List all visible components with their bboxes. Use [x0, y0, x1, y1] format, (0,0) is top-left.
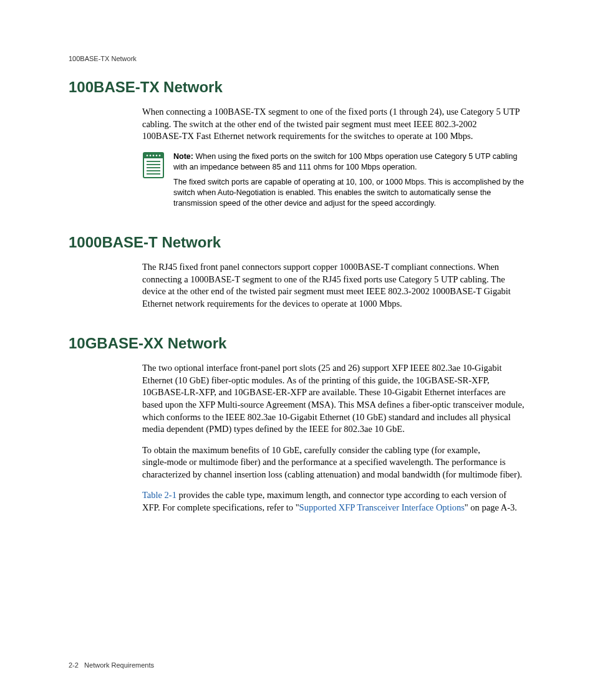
section-heading-2: 1000BASE-T Network — [69, 234, 526, 251]
note-icon — [142, 151, 165, 179]
paragraph: The two optional interface front‑panel p… — [142, 362, 526, 435]
link-table-2-1[interactable]: Table 2‑1 — [142, 490, 177, 500]
svg-point-2 — [147, 155, 148, 156]
page-footer: 2-2 Network Requirements — [69, 661, 154, 669]
page-header: 100BASE-TX Network — [69, 55, 526, 62]
note-block: Note: When using the fixed ports on the … — [142, 151, 526, 209]
section-heading-1: 100BASE-TX Network — [69, 79, 526, 96]
note-paragraph: Note: When using the fixed ports on the … — [173, 151, 526, 173]
note-label: Note: — [173, 152, 193, 161]
page-number: 2-2 — [69, 661, 79, 669]
paragraph: To obtain the maximum benefits of 10 GbE… — [142, 444, 526, 481]
footer-label: Network Requirements — [84, 661, 154, 669]
paragraph: Table 2‑1 provides the cable type, maxim… — [142, 489, 526, 514]
svg-point-6 — [159, 155, 161, 156]
svg-point-3 — [150, 155, 152, 156]
note-text-1: When using the fixed ports on the switch… — [173, 152, 517, 171]
paragraph: The RJ45 fixed front panel connectors su… — [142, 261, 526, 310]
note-text-block: Note: When using the fixed ports on the … — [173, 151, 526, 209]
text-run: " on page A‑3. — [465, 502, 517, 512]
svg-point-4 — [153, 155, 155, 156]
link-xfp-options[interactable]: Supported XFP Transceiver Interface Opti… — [299, 502, 465, 512]
section-heading-3: 10GBASE-XX Network — [69, 335, 526, 352]
note-paragraph: The fixed switch ports are capable of op… — [173, 177, 526, 209]
svg-point-5 — [156, 155, 158, 156]
paragraph: When connecting a 100BASE‑TX segment to … — [142, 106, 526, 143]
